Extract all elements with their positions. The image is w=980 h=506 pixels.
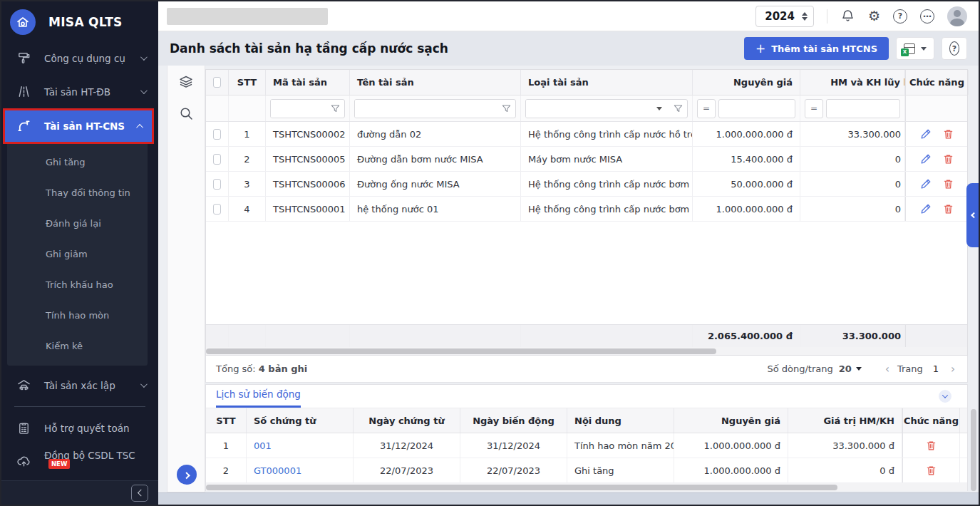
current-page[interactable]: 1 — [929, 363, 943, 374]
table-row[interactable]: 2 GT000001 22/07/2023 22/07/2023 Ghi tăn… — [206, 458, 967, 483]
add-asset-button[interactable]: + Thêm tài sản HTCNS — [744, 37, 889, 60]
submenu-item[interactable]: Ghi tăng — [7, 147, 148, 177]
delete-icon[interactable] — [943, 178, 954, 190]
tab-lich-su-bien-dong[interactable]: Lịch sử biến động — [216, 388, 301, 408]
submenu-item[interactable]: Tính hao mòn — [7, 300, 148, 331]
filter-funnel-icon[interactable] — [497, 100, 515, 118]
layers-icon[interactable] — [178, 74, 194, 90]
equals-operator[interactable]: = — [805, 99, 823, 118]
next-page-button[interactable]: › — [949, 363, 957, 376]
clipboard-checklist-icon — [16, 420, 31, 435]
submenu-item[interactable]: Trích khấu hao — [7, 269, 148, 300]
table-row[interactable]: 4 TSHTCNS00001 hệ thống nước 01 Hệ thống… — [206, 197, 967, 222]
sidebar-item-tai-san-ht-db[interactable]: Tài sản HT-ĐB — [1, 75, 158, 108]
row-checkbox[interactable] — [213, 204, 221, 215]
voucher-link[interactable]: 001 — [254, 440, 272, 451]
submenu-item[interactable]: Kiểm kê — [7, 331, 148, 361]
filter-ma-input[interactable] — [271, 100, 326, 118]
edit-icon[interactable] — [920, 203, 932, 215]
filter-hm-input[interactable] — [826, 99, 900, 118]
delete-icon[interactable] — [943, 153, 954, 165]
submenu-item[interactable]: Đánh giá lại — [7, 208, 148, 239]
delete-icon[interactable] — [926, 465, 937, 476]
col-ma-tai-san[interactable]: Mã tài sản — [266, 70, 350, 95]
page-help-button[interactable]: ? — [942, 37, 967, 60]
chevron-left-icon — [137, 490, 144, 497]
delete-icon[interactable] — [943, 203, 954, 215]
delete-icon[interactable] — [943, 128, 954, 140]
side-flyout-handle[interactable] — [966, 183, 979, 247]
prev-page-button[interactable]: ‹ — [883, 363, 892, 376]
sidebar-item-tai-san-ht-cns[interactable]: Tài sản HT-CNS — [1, 108, 158, 144]
row-checkbox[interactable] — [213, 129, 221, 140]
dropdown-caret-icon[interactable] — [650, 100, 669, 118]
col-stt[interactable]: STT — [229, 70, 266, 95]
excel-icon — [904, 43, 915, 54]
edit-icon[interactable] — [920, 178, 932, 190]
edit-icon[interactable] — [920, 128, 932, 140]
table-row[interactable]: 3 TSHTCNS00006 Đường ống nước MISA Hệ th… — [206, 172, 967, 197]
row-checkbox[interactable] — [213, 154, 221, 165]
topbar-divider — [827, 9, 827, 24]
sidebar-item-tai-san-xac-lap[interactable]: Tài sản xác lập — [1, 368, 158, 402]
delete-icon[interactable] — [926, 440, 937, 451]
chevron-down-icon — [140, 53, 148, 61]
sidebar-item-label: Công cụ dụng cụ — [44, 53, 128, 64]
rows-per-page-label: Số dòng/trang — [767, 363, 832, 374]
row-checkbox[interactable] — [213, 179, 221, 190]
totals-row: 2.065.400.000 đ 33.300.000 — [206, 324, 967, 347]
table-row[interactable]: 1 001 31/12/2024 31/12/2024 Tính hao mòn… — [206, 433, 967, 458]
settings-gear-icon[interactable]: ⚙ — [868, 9, 880, 23]
year-selector[interactable]: 2024 — [755, 6, 814, 27]
year-stepper-icon[interactable] — [802, 12, 808, 21]
voucher-link[interactable]: GT000001 — [254, 465, 301, 476]
main-area: 2024 ⚙ ? ⋯ Danh sách tài sản hạ tầng cấp… — [158, 1, 979, 505]
sidebar-submenu: Ghi tăng Thay đổi thông tin Đánh giá lại… — [7, 144, 148, 366]
col-loai-tai-san[interactable]: Loại tài sản — [521, 70, 693, 95]
chevron-down-icon — [942, 392, 948, 398]
sidebar-item-ho-tro-quyet-toan[interactable]: Hỗ trợ quyết toán — [1, 411, 158, 445]
filter-funnel-icon[interactable] — [669, 100, 687, 118]
expand-panel-button[interactable] — [177, 465, 197, 485]
cloud-sync-icon — [16, 454, 31, 469]
table-row[interactable]: 1 TSHTCNS00002 đường dẫn 02 Hệ thống côn… — [206, 122, 967, 147]
sidebar-item-dong-bo-csdl-tsc[interactable]: Đồng bộ CSDL TSCNEW — [1, 445, 158, 478]
window-bottom-bar — [158, 492, 979, 505]
active-item-highlight[interactable]: Tài sản HT-CNS — [3, 108, 154, 144]
sidebar-collapse-button[interactable] — [131, 485, 148, 502]
edit-icon[interactable] — [920, 153, 932, 165]
app-logo[interactable]: MISA QLTS — [1, 1, 158, 41]
export-excel-dropdown[interactable] — [896, 37, 934, 60]
select-all-checkbox[interactable] — [213, 77, 221, 88]
col-nguyen-gia: Nguyên giá — [674, 408, 788, 433]
user-avatar[interactable] — [947, 6, 967, 26]
col-nguyen-gia[interactable]: Nguyên giá — [693, 70, 800, 95]
more-options-icon[interactable]: ⋯ — [920, 9, 934, 24]
collapse-history-button[interactable] — [939, 390, 951, 403]
table-row[interactable]: 2 TSHTCNS00005 Đường dẫn bơm nước MISA M… — [206, 147, 967, 172]
year-value: 2024 — [765, 10, 795, 23]
submenu-item[interactable]: Ghi giảm — [7, 239, 148, 269]
rows-per-page-select[interactable]: 20 — [839, 363, 862, 374]
sidebar-item-label: Đồng bộ CSDL TSCNEW — [44, 450, 145, 473]
help-icon[interactable]: ? — [893, 9, 907, 24]
filter-funnel-icon[interactable] — [326, 100, 344, 118]
history-horizontal-scrollbar[interactable] — [206, 483, 967, 491]
sidebar-item-label: Tài sản HT-ĐB — [44, 86, 128, 98]
vertical-scrollbar[interactable] — [971, 409, 976, 491]
water-pipe-icon — [16, 119, 31, 134]
left-tool-strip — [167, 66, 205, 492]
submenu-item[interactable]: Thay đổi thông tin — [7, 177, 148, 208]
equals-operator[interactable]: = — [697, 99, 716, 118]
filter-nguyen-gia-input[interactable] — [718, 99, 795, 118]
sidebar-item-cong-cu-dung-cu[interactable]: Công cụ dụng cụ — [1, 41, 158, 75]
horizontal-scrollbar[interactable] — [206, 347, 967, 355]
col-hm-kh[interactable]: HM và KH lũy kế — [800, 70, 905, 95]
notifications-bell-icon[interactable] — [840, 9, 855, 24]
filter-loai-input[interactable] — [526, 100, 650, 118]
filter-ten-input[interactable] — [355, 100, 497, 118]
col-ten-tai-san[interactable]: Tên tài sản — [350, 70, 521, 95]
search-icon[interactable] — [178, 105, 194, 121]
caret-down-icon — [921, 47, 927, 51]
sidebar: MISA QLTS Công cụ dụng cụ Tài sản HT-ĐB … — [1, 1, 158, 505]
